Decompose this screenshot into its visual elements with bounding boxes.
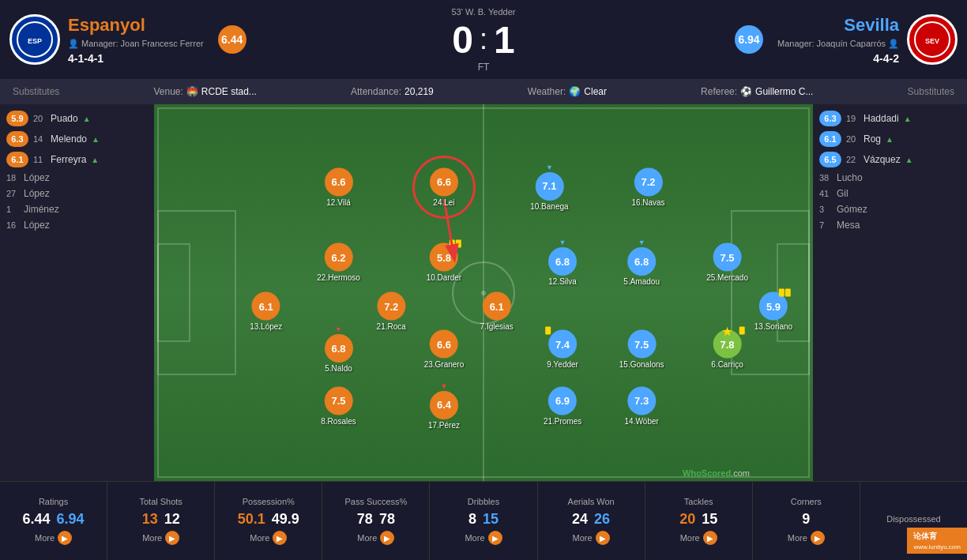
espanyol-logo: ESP xyxy=(9,14,60,65)
list-item: 6.3 19 Haddadi ▲ xyxy=(819,111,961,126)
stat-corners: Corners 9 More ▶ xyxy=(753,482,860,560)
espanyol-substitutes: 5.9 20 Puado ▲ 6.3 14 Melendo ▲ 6.1 11 F… xyxy=(0,104,154,481)
match-status: FT xyxy=(478,62,490,73)
espanyol-manager: 👤Manager: Joan Francesc Ferrer xyxy=(68,39,204,49)
espanyol-team: ESP Espanyol 👤Manager: Joan Francesc Fer… xyxy=(9,14,404,65)
espanyol-formation: 4-1-4-1 xyxy=(68,52,204,65)
player-perez[interactable]: ▼ 6.4 17.Pérez xyxy=(428,382,460,430)
ratings-more[interactable]: More ▶ xyxy=(35,531,72,545)
list-item: 41Gil xyxy=(819,188,961,199)
possession-more[interactable]: More ▶ xyxy=(250,531,287,545)
luntiyu-badge: 论体育www.luntiyu.com xyxy=(907,528,967,554)
list-item: 6.1 11 Ferreyra ▲ xyxy=(6,152,148,167)
player-roca[interactable]: 7.2 21.Roca xyxy=(377,292,406,331)
list-item: 27López xyxy=(6,188,148,199)
player-lei[interactable]: 6.6 24.Lei xyxy=(430,167,458,206)
stat-aerials: Aerials Won 24 26 More ▶ xyxy=(538,482,645,560)
list-item: 5.9 20 Puado ▲ xyxy=(6,111,148,126)
main-area: 5.9 20 Puado ▲ 6.3 14 Melendo ▲ 6.1 11 F… xyxy=(0,104,967,481)
sevilla-substitutes: 6.3 19 Haddadi ▲ 6.1 20 Rog ▲ 6.5 22 Váz… xyxy=(813,104,967,481)
referee-info: Referee: ⚽ Guillermo C... xyxy=(701,86,813,97)
player-lopez13[interactable]: 6.1 13.López xyxy=(250,292,282,331)
sevilla-team: 6.94 Sevilla Manager: Joaquín Caparrós👤 … xyxy=(563,14,958,65)
list-item: 3Gómez xyxy=(819,204,961,215)
stat-tackles: Tackles 20 15 More ▶ xyxy=(645,482,753,560)
list-item: 7Mesa xyxy=(819,220,961,231)
weather-info: Weather: 🌍 Clear xyxy=(528,86,607,97)
player-carrico[interactable]: 7.8 ★ 6.Carriço xyxy=(711,330,743,369)
info-bar: Substitutes Venue: 🏟️ RCDE stad... Atten… xyxy=(0,79,967,104)
sevilla-manager: Manager: Joaquín Caparrós👤 xyxy=(777,39,899,49)
list-item: 6.1 20 Rog ▲ xyxy=(819,131,961,147)
stat-total-shots: Total Shots 13 12 More ▶ xyxy=(107,482,215,560)
field: 6.6 12.Vilá 6.6 24.Lei 6.2 22.Hermoso 5.… xyxy=(154,104,813,481)
watermark: WhoScored.com xyxy=(683,468,750,478)
sevilla-rating: 6.94 xyxy=(735,25,763,54)
player-granero[interactable]: 6.6 23.Granero xyxy=(424,330,465,369)
player-promes[interactable]: 6.9 21.Promes xyxy=(544,386,581,425)
goal-info: 53' W. B. Yedder xyxy=(452,7,516,17)
player-navas[interactable]: 7.2 16.Navas xyxy=(631,167,664,206)
player-naldo[interactable]: ▼ 6.8 5.Naldo xyxy=(325,325,353,373)
player-silva[interactable]: ▼ 6.8 12.Silva xyxy=(548,239,577,286)
player-wober[interactable]: 7.3 14.Wöber xyxy=(624,386,658,425)
player-darder[interactable]: 5.8 10.Darder xyxy=(427,243,461,282)
player-hermoso[interactable]: 6.2 22.Hermoso xyxy=(317,243,359,282)
aerials-more[interactable]: More ▶ xyxy=(573,531,610,545)
svg-text:ESP: ESP xyxy=(28,37,42,45)
stat-dribbles: Dribbles 8 15 More ▶ xyxy=(430,482,537,560)
attendance-info: Attendance: 20,219 xyxy=(351,86,434,97)
sevilla-name: Sevilla xyxy=(844,15,899,36)
stat-ratings: Ratings 6.44 6.94 More ▶ xyxy=(0,482,107,560)
corners-more[interactable]: More ▶ xyxy=(788,531,825,545)
list-item: 38Lucho xyxy=(819,172,961,183)
score-center: 53' W. B. Yedder 0 : 1 FT xyxy=(404,7,563,73)
list-item: 1Jiménez xyxy=(6,204,148,215)
list-item: 6.5 22 Vázquez ▲ xyxy=(819,152,961,167)
player-gonalons[interactable]: 7.5 15.Gonalons xyxy=(619,330,664,369)
header: ESP Espanyol 👤Manager: Joan Francesc Fer… xyxy=(0,0,967,79)
player-mercado[interactable]: 7.5 25.Mercado xyxy=(706,243,748,282)
sevilla-logo: SEV xyxy=(907,14,958,65)
player-yedder[interactable]: 7.4 9.Yedder xyxy=(547,330,578,369)
stat-possession: Possession% 50.1 49.9 More ▶ xyxy=(215,482,322,560)
home-score: 0 xyxy=(452,18,473,62)
player-iglesias[interactable]: 6.1 7.Iglesias xyxy=(480,292,514,331)
player-amadou[interactable]: ▼ 6.8 5.Amadou xyxy=(623,239,660,286)
stats-bar: Ratings 6.44 6.94 More ▶ Total Shots 13 … xyxy=(0,481,967,560)
pass-more[interactable]: More ▶ xyxy=(357,531,394,545)
stat-dispossessed: Dispossessed 论体育www.luntiyu.com xyxy=(860,482,967,560)
venue-info: Venue: 🏟️ RCDE stad... xyxy=(153,86,256,97)
list-item: 6.3 14 Melendo ▲ xyxy=(6,131,148,147)
sevilla-formation: 4-4-2 xyxy=(873,52,899,65)
tackles-more[interactable]: More ▶ xyxy=(680,531,717,545)
espanyol-name: Espanyol xyxy=(68,15,204,36)
stat-pass-success: Pass Success% 78 78 More ▶ xyxy=(322,482,430,560)
dribbles-more[interactable]: More ▶ xyxy=(465,531,502,545)
away-score: 1 xyxy=(494,18,515,62)
list-item: 16López xyxy=(6,220,148,231)
svg-text:SEV: SEV xyxy=(925,37,939,45)
player-banega[interactable]: ▼ 7.1 10.Banega xyxy=(530,163,568,211)
score-separator: : xyxy=(480,23,487,56)
list-item: 18López xyxy=(6,172,148,183)
espanyol-rating: 6.44 xyxy=(218,25,246,54)
player-rosales[interactable]: 7.5 8.Rosales xyxy=(321,386,356,425)
subs-label-left: Substitutes xyxy=(13,86,59,97)
player-soriano[interactable]: 5.9 13.Soriano xyxy=(754,292,792,331)
shots-more[interactable]: More ▶ xyxy=(142,531,179,545)
subs-label-right: Substitutes xyxy=(908,86,954,97)
player-vila[interactable]: 6.6 12.Vilá xyxy=(325,167,353,206)
